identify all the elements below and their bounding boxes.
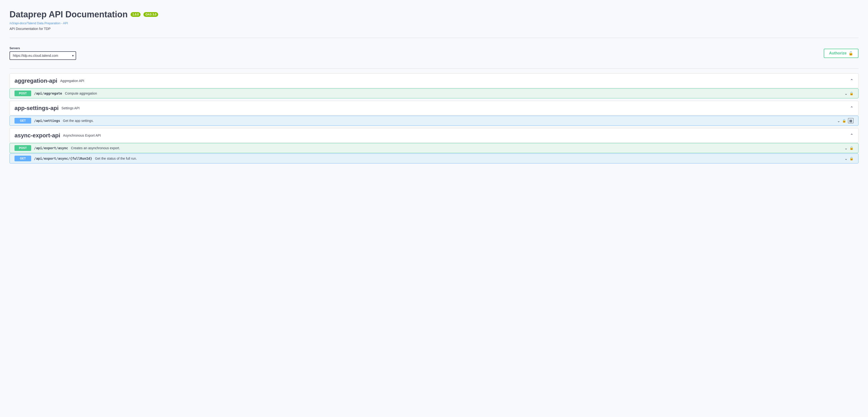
- endpoint-path: /api/export/async/{fullRunId}: [34, 157, 92, 161]
- api-group-name: app-settings-api: [14, 105, 59, 111]
- endpoint-row--api-export-async[interactable]: POST /api/export/async Creates an asynch…: [9, 143, 859, 153]
- chevron-up-icon: ⌃: [850, 133, 854, 138]
- endpoint-row--api-export-async--fullRunId-[interactable]: GET /api/export/async/{fullRunId} Get th…: [9, 153, 859, 164]
- api-group-desc: Asynchronous Export API: [63, 134, 101, 137]
- servers-label: Servers: [9, 46, 76, 50]
- servers-section: Servers https://tdp.eu.cloud.talend.com …: [9, 43, 859, 64]
- lock-icon: 🔒: [849, 157, 854, 161]
- authorize-button[interactable]: Authorize 🔓: [824, 49, 859, 58]
- endpoint-desc: Get the status of the full run.: [95, 157, 842, 161]
- api-group-header-async-export-api[interactable]: async-export-api Asynchronous Export API…: [9, 128, 859, 143]
- api-group-name: async-export-api: [14, 132, 60, 139]
- chevron-up-icon: ⌃: [850, 78, 854, 83]
- api-group-aggregation-api: aggregation-api Aggregation API ⌃ POST /…: [9, 73, 859, 98]
- copy-icon[interactable]: ▦: [848, 118, 854, 123]
- method-badge-get: GET: [14, 118, 31, 124]
- api-groups: aggregation-api Aggregation API ⌃ POST /…: [9, 73, 859, 164]
- servers-left: Servers https://tdp.eu.cloud.talend.com: [9, 46, 76, 60]
- method-badge-post: POST: [14, 91, 31, 96]
- server-select[interactable]: https://tdp.eu.cloud.talend.com: [9, 51, 76, 60]
- server-select-wrapper[interactable]: https://tdp.eu.cloud.talend.com: [9, 51, 76, 60]
- api-group-title-aggregation-api: aggregation-api Aggregation API: [14, 77, 84, 84]
- lock-icon: 🔒: [849, 146, 854, 150]
- title-row: Dataprep API Documentation 1.0.0 OAS 3.0: [9, 9, 859, 20]
- header-section: Dataprep API Documentation 1.0.0 OAS 3.0…: [9, 5, 859, 33]
- api-group-title-async-export-api: async-export-api Asynchronous Export API: [14, 132, 101, 139]
- endpoint-desc: Get the app settings.: [63, 119, 834, 123]
- chevron-up-icon: ⌃: [850, 105, 854, 111]
- expand-icon: ⌄: [844, 157, 847, 161]
- endpoint-right: ⌄🔒: [844, 157, 854, 161]
- endpoint-right: ⌄🔒: [844, 91, 854, 96]
- expand-icon: ⌄: [837, 118, 840, 123]
- servers-divider: [9, 68, 859, 69]
- api-group-desc: Aggregation API: [60, 79, 84, 83]
- api-group-name: aggregation-api: [14, 77, 57, 84]
- api-group-header-app-settings-api[interactable]: app-settings-api Settings API ⌃: [9, 101, 859, 115]
- method-badge-get: GET: [14, 155, 31, 161]
- api-group-app-settings-api: app-settings-api Settings API ⌃ GET /api…: [9, 101, 859, 126]
- endpoint-right: ⌄🔒: [844, 146, 854, 150]
- endpoint-row--api-settings[interactable]: GET /api/settings Get the app settings. …: [9, 116, 859, 126]
- lock-icon: 🔒: [842, 119, 846, 123]
- api-group-title-app-settings-api: app-settings-api Settings API: [14, 105, 80, 111]
- method-badge-post: POST: [14, 145, 31, 151]
- api-endpoints-app-settings-api: GET /api/settings Get the app settings. …: [9, 116, 859, 126]
- expand-icon: ⌄: [844, 146, 847, 150]
- endpoint-path: /api/export/async: [34, 146, 68, 150]
- lock-icon: 🔓: [848, 51, 853, 56]
- api-group-desc: Settings API: [61, 106, 80, 110]
- lock-icon: 🔒: [849, 92, 854, 95]
- endpoint-desc: Compute aggregation: [65, 92, 842, 95]
- api-description: API Documentation for TDP: [9, 27, 859, 31]
- api-endpoints-async-export-api: POST /api/export/async Creates an asynch…: [9, 143, 859, 164]
- header-divider: [9, 38, 859, 38]
- subtitle-link[interactable]: /v3/api-docs/Talend Data Preparation - A…: [9, 22, 859, 25]
- api-group-async-export-api: async-export-api Asynchronous Export API…: [9, 128, 859, 164]
- endpoint-right: ⌄🔒▦: [837, 118, 854, 123]
- endpoint-path: /api/aggregate: [34, 92, 62, 95]
- version-badge: 1.0.0: [131, 12, 141, 17]
- endpoint-path: /api/settings: [34, 119, 60, 123]
- endpoint-desc: Creates an asynchronous export.: [71, 146, 842, 150]
- page-title: Dataprep API Documentation: [9, 9, 128, 20]
- authorize-label: Authorize: [829, 51, 846, 55]
- expand-icon: ⌄: [844, 91, 847, 96]
- api-group-header-aggregation-api[interactable]: aggregation-api Aggregation API ⌃: [9, 73, 859, 88]
- oas-badge: OAS 3.0: [144, 12, 158, 17]
- api-endpoints-aggregation-api: POST /api/aggregate Compute aggregation …: [9, 89, 859, 98]
- endpoint-row--api-aggregate[interactable]: POST /api/aggregate Compute aggregation …: [9, 89, 859, 98]
